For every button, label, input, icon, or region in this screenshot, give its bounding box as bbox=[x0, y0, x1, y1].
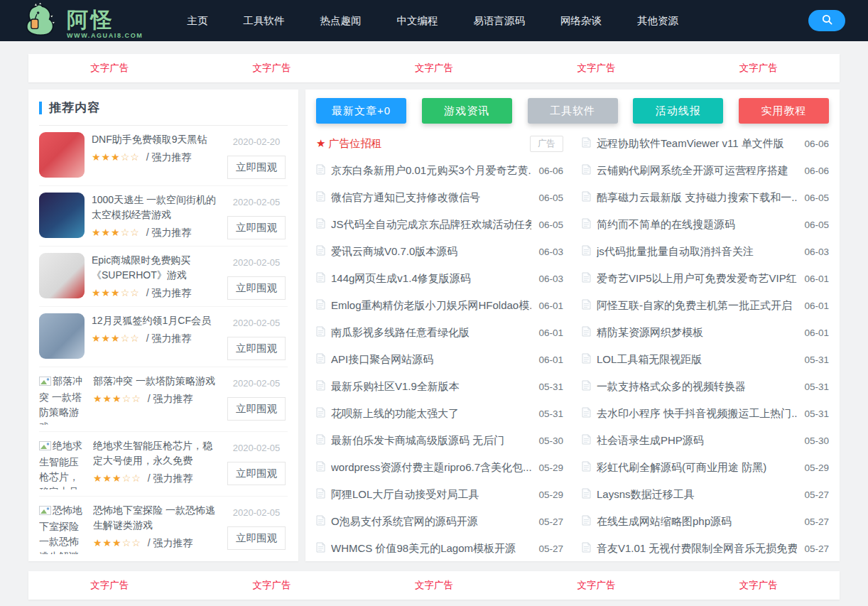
document-icon bbox=[582, 542, 591, 556]
article-thumbnail[interactable] bbox=[39, 253, 85, 298]
text-ad-link[interactable]: 文字广告 bbox=[678, 571, 840, 600]
article-title-link[interactable]: 酷享磁力云最新版 支持磁力搜索下载和一... bbox=[597, 191, 797, 205]
nav-item[interactable]: 主页 bbox=[187, 14, 207, 28]
article-title-link[interactable]: 音友V1.01 无视付费限制全网音乐无损免费... bbox=[597, 542, 797, 556]
text-ad-link[interactable]: 文字广告 bbox=[190, 54, 352, 82]
view-now-button[interactable]: 立即围观 bbox=[227, 462, 286, 485]
text-ad-link[interactable]: 文字广告 bbox=[515, 54, 677, 82]
article-title-link[interactable]: 一款支持格式众多的视频转换器 bbox=[597, 380, 797, 394]
article-title-link[interactable]: 绝地求生智能压枪芯片，稳定大号使用，永久免费 bbox=[93, 438, 218, 468]
view-now-button[interactable]: 立即围观 bbox=[227, 156, 286, 179]
articles-panel: 最新文章+0游戏资讯工具软件活动线报实用教程 ★ 广告位招租 广告 京东白条新用… bbox=[305, 90, 840, 561]
article-row: 酷享磁力云最新版 支持磁力搜索下载和一... 06-05 bbox=[582, 184, 829, 211]
article-list-left: ★ 广告位招租 广告 京东白条新用户0.01元购买3个月爱奇艺黄... 06-0… bbox=[316, 130, 563, 561]
document-icon bbox=[582, 488, 591, 502]
text-ad-link[interactable]: 文字广告 bbox=[190, 571, 352, 600]
nav-item[interactable]: 其他资源 bbox=[637, 14, 678, 28]
article-title-link[interactable]: API接口聚合网站源码 bbox=[331, 353, 531, 367]
article-row: wordpress资源付费主题ripro6.7含美化包... 05-29 bbox=[316, 454, 563, 481]
article-title-link[interactable]: O泡易支付系统官网的源码开源 bbox=[331, 515, 531, 529]
article-title-link[interactable]: Laysns数据迁移工具 bbox=[597, 488, 797, 502]
category-button[interactable]: 最新文章+0 bbox=[316, 98, 406, 124]
article-title-link[interactable]: 南瓜影视多线路任意看绿化版 bbox=[331, 326, 531, 340]
article-thumbnail[interactable] bbox=[39, 313, 85, 359]
text-ad-link[interactable]: 文字广告 bbox=[678, 54, 840, 82]
article-title-link[interactable]: 1000天逃生 一款空间街机的太空模拟经营游戏 bbox=[92, 193, 218, 222]
category-button[interactable]: 工具软件 bbox=[528, 98, 618, 124]
article-title-link[interactable]: 阿狸LOL大厅自动接受对局工具 bbox=[331, 488, 531, 502]
article-title-link[interactable]: 京东白条新用户0.01元购买3个月爱奇艺黄... bbox=[331, 164, 531, 178]
broken-thumbnail[interactable]: 部落冲突 一款塔防策略游戏 bbox=[39, 374, 86, 425]
article-date: 2020-02-05 bbox=[225, 257, 288, 268]
category-button[interactable]: 实用教程 bbox=[739, 98, 829, 124]
article-title-link[interactable]: Epic商城限时免费购买《SUPERHOT》游戏 bbox=[92, 253, 218, 283]
article-date: 06-06 bbox=[804, 166, 829, 176]
article-title-link[interactable]: 精防某资源网织梦模板 bbox=[597, 326, 797, 340]
document-icon bbox=[582, 299, 591, 313]
article-title-link[interactable]: 社会语录生成PHP源码 bbox=[597, 434, 797, 448]
document-icon bbox=[316, 461, 325, 475]
text-ad-link[interactable]: 文字广告 bbox=[353, 54, 515, 82]
article-title-link[interactable]: 最新乐购社区V1.9全新版本 bbox=[331, 380, 531, 394]
view-now-button[interactable]: 立即围观 bbox=[227, 526, 286, 550]
article-thumbnail[interactable] bbox=[39, 193, 85, 238]
article-date: 05-29 bbox=[804, 462, 829, 473]
nav-item[interactable]: 中文编程 bbox=[396, 14, 438, 28]
text-ad-link[interactable]: 文字广告 bbox=[353, 571, 515, 600]
article-row: 简约而不简单的在线搜题源码 06-05 bbox=[582, 211, 829, 238]
text-ad-link[interactable]: 文字广告 bbox=[28, 571, 190, 600]
view-now-button[interactable]: 立即围观 bbox=[227, 276, 286, 300]
article-title-link[interactable]: 爱讯云商城V0.7.0版本源码 bbox=[331, 245, 531, 259]
document-icon bbox=[316, 272, 325, 286]
article-title-link[interactable]: 12月灵狐签约领1月CF会员 bbox=[92, 313, 218, 328]
view-now-button[interactable]: 立即围观 bbox=[227, 337, 286, 360]
article-title-link[interactable]: 微信官方通知已支持修改微信号 bbox=[331, 191, 531, 205]
article-title-link[interactable]: JS代码全自动完成京东品牌狂欢城活动任务 bbox=[331, 218, 531, 232]
article-title-link[interactable]: LOL工具箱无限视距版 bbox=[597, 353, 797, 367]
nav-item[interactable]: 工具软件 bbox=[243, 14, 284, 28]
article-title-link[interactable]: 最新伯乐发卡商城高级版源码 无后门 bbox=[331, 434, 531, 448]
article-title-link[interactable]: 阿怪互联-自家的免费主机第一批正式开启 bbox=[597, 299, 797, 313]
article-title-link[interactable]: 花呗新上线的功能太强大了 bbox=[331, 407, 531, 421]
article-row: 最新伯乐发卡商城高级版源码 无后门 05-30 bbox=[316, 427, 563, 454]
nav-item[interactable]: 网络杂谈 bbox=[560, 14, 602, 28]
category-button[interactable]: 游戏资讯 bbox=[422, 98, 512, 124]
broken-image-icon bbox=[39, 375, 51, 390]
article-date: 05-27 bbox=[538, 543, 563, 554]
article-title-link[interactable]: WHMCS 价值98美元的Lagom模板开源 bbox=[331, 542, 531, 556]
article-title-link[interactable]: 去水印小程序 快手抖音视频搬运工上热门... bbox=[597, 407, 797, 421]
broken-thumbnail[interactable]: 恐怖地下室探险 一款恐怖逃生解谜类游戏 bbox=[39, 503, 86, 554]
category-button[interactable]: 活动线报 bbox=[633, 98, 723, 124]
article-row: 爱奇艺VIP5以上用户可免费发爱奇艺VIP红包 06-01 bbox=[582, 265, 829, 292]
broken-image-icon bbox=[39, 440, 51, 455]
article-title-link[interactable]: 恐怖地下室探险 一款恐怖逃生解谜类游戏 bbox=[93, 503, 218, 533]
article-title-link[interactable]: 彩虹代刷全解源码(可商业用途 防黑) bbox=[597, 461, 797, 475]
article-title-link[interactable]: 在线生成网站缩略图php源码 bbox=[597, 515, 797, 529]
rating-label: / 强力推荐 bbox=[146, 287, 192, 298]
text-ad-link[interactable]: 文字广告 bbox=[515, 571, 677, 600]
nav-item[interactable]: 易语言源码 bbox=[473, 14, 525, 28]
view-now-button[interactable]: 立即围观 bbox=[227, 397, 286, 421]
article-thumbnail[interactable] bbox=[39, 132, 85, 178]
article-title-link[interactable]: js代码批量批量自动取消抖音关注 bbox=[597, 245, 797, 259]
view-now-button[interactable]: 立即围观 bbox=[227, 216, 286, 239]
article-title-link[interactable]: 云铺购代刷网系统全开源可运营程序搭建 bbox=[597, 164, 797, 178]
article-date: 05-31 bbox=[538, 408, 563, 419]
article-date: 05-31 bbox=[804, 408, 829, 419]
document-icon bbox=[316, 218, 325, 232]
article-title-link[interactable]: wordpress资源付费主题ripro6.7含美化包... bbox=[331, 461, 531, 475]
site-logo[interactable]: 阿怪 WWW.AGUAI8.COM bbox=[21, 2, 143, 39]
ad-slot-link[interactable]: 广告位招租 bbox=[328, 137, 530, 151]
nav-item[interactable]: 热点趣闻 bbox=[320, 14, 361, 28]
search-button[interactable] bbox=[808, 10, 845, 31]
article-row: Emlog重构精仿老版小刀娱乐网HFoldao模... 06-01 bbox=[316, 292, 563, 319]
article-title-link[interactable]: 144g网页生成v1.4修复版源码 bbox=[331, 272, 531, 286]
article-title-link[interactable]: 简约而不简单的在线搜题源码 bbox=[597, 218, 797, 232]
article-title-link[interactable]: 爱奇艺VIP5以上用户可免费发爱奇艺VIP红包 bbox=[597, 272, 797, 286]
text-ad-link[interactable]: 文字广告 bbox=[28, 54, 190, 82]
article-title-link[interactable]: Emlog重构精仿老版小刀娱乐网HFoldao模... bbox=[331, 299, 531, 313]
article-title-link[interactable]: 远程协助软件TeamViewer v11 单文件版 bbox=[597, 137, 797, 151]
article-title-link[interactable]: 部落冲突 一款塔防策略游戏 bbox=[93, 374, 218, 389]
article-title-link[interactable]: DNF助手免费领取9天黑钻 bbox=[92, 132, 218, 147]
broken-thumbnail[interactable]: 绝地求生智能压枪芯片，稳定大号使用，永久免费 bbox=[39, 438, 86, 489]
